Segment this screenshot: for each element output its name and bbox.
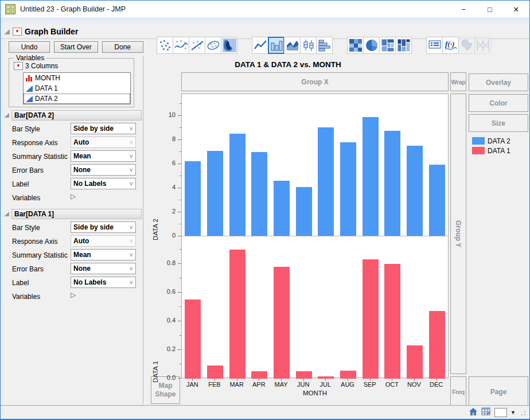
wrap-drop-zone[interactable]: Wrap [450, 72, 466, 91]
bar-data2-apr[interactable] [251, 152, 267, 236]
caption-box-icon[interactable] [426, 37, 443, 54]
outline-disclosure-icon[interactable] [4, 29, 10, 34]
heatmap-icon[interactable] [347, 37, 364, 54]
columns-red-triangle-icon[interactable]: ▼ [14, 62, 23, 70]
area-icon[interactable] [284, 37, 301, 54]
bar-data2-may[interactable] [274, 181, 290, 236]
bar-data2-sep[interactable] [363, 117, 379, 236]
bar-data1-apr[interactable] [251, 371, 267, 379]
dropdown-response-axis[interactable]: Auto˅ [71, 137, 136, 148]
disclosure-right-icon[interactable]: ▷ [71, 192, 76, 200]
bar-data1-aug[interactable] [340, 371, 356, 379]
dropdown-error-bars[interactable]: None˅ [71, 164, 136, 176]
histogram-icon[interactable] [316, 37, 333, 54]
bar-data2-jun[interactable] [296, 187, 312, 236]
dropdown-summary-statistic[interactable]: Mean˅ [71, 249, 136, 260]
color-drop-zone[interactable]: Color [469, 94, 528, 112]
line-of-fit-icon[interactable] [189, 37, 205, 54]
bar-data1-feb[interactable] [207, 365, 223, 379]
bar-data2-jan[interactable] [185, 161, 201, 236]
bar-data2-dec[interactable] [429, 165, 445, 236]
formula-icon[interactable]: f(·) [442, 37, 459, 54]
ellipse-icon[interactable] [205, 37, 221, 54]
bar-data2-oct[interactable] [384, 131, 400, 236]
bar-data1-may[interactable] [274, 267, 290, 379]
variable-item-month[interactable]: MONTH [24, 73, 130, 83]
dropdown-label[interactable]: No Labels˅ [71, 178, 136, 189]
undo-button[interactable]: Undo [9, 41, 50, 53]
disclosure-icon[interactable] [4, 113, 9, 118]
dropdown-arrow-icon[interactable]: ▼ [510, 410, 516, 415]
dropdown-value: None [73, 265, 130, 273]
done-button[interactable]: Done [102, 41, 143, 53]
minimize-button[interactable]: − [450, 1, 477, 18]
title-bar[interactable]: Untitled 23 - Graph Builder - JMP − □ ✕ [1, 1, 529, 18]
bar-data1-oct[interactable] [384, 264, 400, 379]
close-button[interactable]: ✕ [503, 1, 529, 18]
legend-item-data-2[interactable]: DATA 2 [472, 136, 510, 146]
smoother-icon[interactable] [173, 37, 189, 54]
size-drop-zone[interactable]: Size [469, 114, 528, 132]
bar-data2-nov[interactable] [407, 146, 423, 236]
chevron-down-icon: ˅ [130, 139, 133, 146]
bar-data1-jan[interactable] [185, 300, 201, 379]
bar-data1-sep[interactable] [363, 259, 379, 379]
panel-header-bar-data-1-[interactable]: Bar[DATA 1] [11, 209, 142, 219]
dropdown-label[interactable]: No Labels˅ [71, 277, 136, 288]
dropdown-value: Mean [73, 251, 130, 259]
freq-drop-zone[interactable]: Freq [450, 376, 466, 407]
pie-icon[interactable] [363, 37, 380, 54]
contour-icon[interactable] [221, 37, 237, 54]
group-y-drop-zone[interactable]: Group Y [450, 94, 466, 374]
panel-header-bar-data-2-[interactable]: Bar[DATA 2] [11, 110, 142, 120]
x-tick-label-apr: APR [248, 381, 270, 388]
variable-item-data-1[interactable]: DATA 1 [24, 83, 130, 94]
group-x-drop-zone[interactable]: Group X [181, 72, 449, 91]
bar-data1-nov[interactable] [407, 345, 423, 379]
bar-data2-feb[interactable] [207, 151, 223, 236]
page-drop-zone[interactable]: Page [469, 376, 528, 407]
data-table-icon[interactable] [481, 407, 491, 418]
legend-item-data-1[interactable]: DATA 1 [472, 146, 510, 155]
red-triangle-menu-icon[interactable]: ▼ [13, 28, 22, 36]
home-icon[interactable] [469, 407, 478, 418]
treemap-icon[interactable] [379, 37, 396, 54]
line-icon[interactable] [252, 37, 268, 54]
y-tick-mark [178, 321, 181, 321]
bar-icon[interactable] [268, 37, 285, 54]
disclosure-right-icon[interactable]: ▷ [71, 291, 76, 299]
bar-data2-aug[interactable] [340, 142, 356, 236]
dropdown-bar-style[interactable]: Side by side˅ [71, 123, 136, 134]
y-axis[interactable]: DATA 2 DATA 1 02468100.00.20.40.60.8 [144, 94, 181, 378]
x-axis-labels[interactable]: JANFEBMARAPRMAYJUNJULAUGSEPOCTNOVDEC [181, 381, 449, 388]
dropdown-error-bars[interactable]: None˅ [71, 263, 136, 274]
bar-data1-dec[interactable] [429, 311, 445, 379]
box-plot-icon[interactable] [300, 37, 317, 54]
bar-data2-jul[interactable] [318, 127, 334, 236]
mosaic-icon[interactable] [395, 37, 412, 54]
points-icon[interactable] [157, 37, 173, 54]
prop-label: Label [12, 180, 29, 188]
panel-divider[interactable] [143, 56, 143, 405]
x-axis-title[interactable]: MONTH [181, 390, 449, 396]
overlay-drop-zone[interactable]: Overlay [469, 73, 528, 91]
y-tick-label: 0.2 [167, 345, 176, 352]
variable-label: MONTH [35, 74, 60, 82]
dropdown-bar-style[interactable]: Side by side˅ [71, 221, 136, 233]
prop-label: Variables [12, 194, 40, 202]
bar-data1-jun[interactable] [296, 371, 312, 379]
disclosure-icon[interactable] [4, 212, 9, 216]
window-list-box[interactable] [494, 408, 507, 417]
bar-data2-mar[interactable] [229, 134, 245, 236]
maximize-button[interactable]: □ [477, 1, 503, 18]
variable-item-data-2[interactable]: DATA 2 [24, 94, 130, 104]
y-tick-mark [178, 164, 181, 164]
start-over-button[interactable]: Start Over [54, 41, 98, 53]
resize-grip[interactable] [519, 409, 526, 416]
y-axis-title-data2[interactable]: DATA 2 [151, 219, 160, 297]
dropdown-summary-statistic[interactable]: Mean˅ [71, 150, 136, 162]
x-tick-label-may: MAY [270, 381, 293, 388]
dropdown-response-axis[interactable]: Auto˅ [71, 235, 136, 247]
bar-data1-mar[interactable] [229, 250, 245, 379]
y-minor-tick-mark [180, 200, 181, 200]
